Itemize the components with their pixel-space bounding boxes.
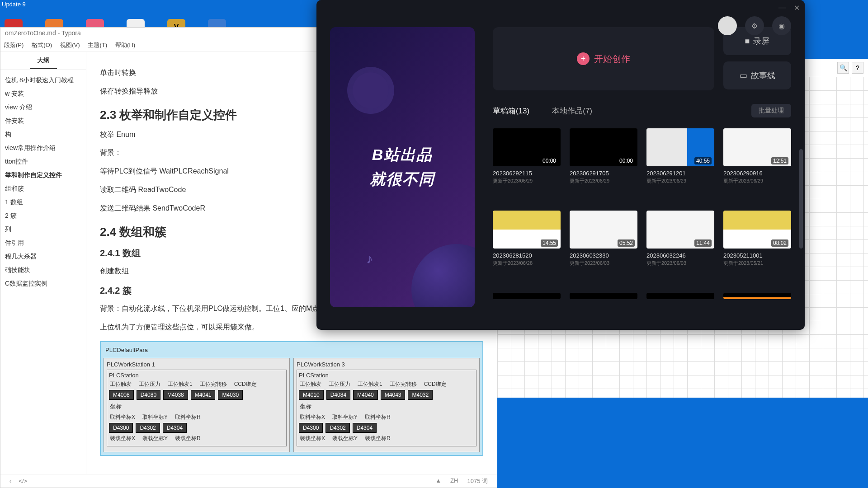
plc-field-label: CCD绑定 (234, 380, 257, 388)
plc-field-label: 工位触发 (110, 380, 132, 388)
project-item[interactable]: 08:02 202305211001 更新于2023/05/21 (723, 211, 791, 284)
project-updated: 更新于2023/06/03 (570, 260, 637, 267)
sidebar-tab-outline[interactable]: 大纲 (30, 53, 57, 69)
outline-item[interactable]: 础技能块 (0, 263, 86, 277)
camera-icon: ■ (745, 37, 750, 46)
outline-item[interactable]: 位机 8小时极速入门教程 (0, 74, 86, 87)
plc-field-label: 工位触发1 (168, 380, 193, 388)
project-title: 202306291705 (570, 170, 637, 177)
outline-item[interactable]: view常用操作介绍 (0, 141, 86, 155)
plc-field-value: M4010 (299, 390, 324, 400)
project-thumbnail: 00:00 (493, 128, 561, 166)
promo-banner[interactable]: B站出品 就很不同 ♪ (330, 27, 475, 307)
plc-field-value: D4302 (326, 423, 349, 433)
plc-field-value: M4041 (191, 390, 216, 400)
plc-field-label: 装载坐标R (365, 435, 391, 442)
plc-field-value: M4040 (353, 390, 378, 400)
outline-sidebar: 大纲 位机 8小时极速入门教程w 安装view 介绍件安装构view常用操作介绍… (0, 52, 86, 476)
project-item[interactable] (723, 293, 791, 316)
plc-station-label: PLCStation (109, 372, 284, 379)
plc-ws-label: PLCWorkStation 1 (107, 361, 287, 368)
menu-format[interactable]: 格式(O) (32, 41, 52, 51)
menu-theme[interactable]: 主题(T) (88, 41, 107, 51)
plc-field-label: 工位压力 (329, 380, 350, 388)
project-item[interactable]: 12:51 202306290916 更新于2023/06/29 (723, 128, 791, 202)
duration-badge: 14:55 (541, 239, 558, 247)
plc-ws-label: PLCWorkStation 3 (297, 361, 476, 368)
project-item[interactable] (570, 293, 637, 316)
project-updated: 更新于2023/06/29 (723, 178, 791, 184)
storyline-button[interactable]: ▭ 故事线 (723, 61, 791, 89)
outline-item[interactable]: 构 (0, 128, 86, 141)
help-icon[interactable]: ? (852, 62, 863, 74)
outline-item[interactable]: 程几大杀器 (0, 250, 86, 263)
outline-item[interactable]: 举和制作自定义控件 (0, 169, 86, 182)
background-toolbar: 🔍 ? (833, 59, 868, 77)
avatar[interactable] (718, 16, 737, 35)
project-item[interactable]: 14:55 202306281520 更新于2023/06/28 (493, 211, 561, 284)
outline-item[interactable]: 列 (0, 223, 86, 236)
minimize-icon[interactable]: — (778, 4, 785, 10)
project-updated: 更新于2023/06/03 (646, 260, 714, 267)
project-updated: 更新于2023/05/21 (723, 260, 791, 267)
project-item[interactable]: 05:52 202306032330 更新于2023/06/03 (570, 211, 637, 284)
search-icon[interactable]: 🔍 (837, 62, 849, 74)
outline-item[interactable]: tton控件 (0, 155, 86, 169)
create-button[interactable]: + 开始创作 (493, 27, 714, 90)
outline-item[interactable]: 2 簇 (0, 209, 86, 223)
camera-icon[interactable]: ◉ (772, 16, 791, 35)
tab-drafts[interactable]: 草稿箱(13) (493, 106, 529, 116)
word-count[interactable]: 1075 词 (467, 477, 488, 485)
outline-item[interactable]: w 安装 (0, 87, 86, 101)
outline-item[interactable]: C数据监控实例 (0, 277, 86, 291)
project-thumbnail (493, 293, 561, 299)
plc-workstation-3: PLCWorkStation 3 PLCStation 工位触发工位压力工位触发… (293, 358, 480, 452)
close-icon[interactable]: ✕ (794, 4, 800, 10)
plc-field-label: 工位触发1 (358, 380, 382, 388)
plc-title: PLCDefaultPara (104, 345, 480, 355)
plc-field-label: 工位压力 (139, 380, 160, 388)
plc-field-value: M4030 (218, 390, 243, 400)
project-item[interactable] (493, 293, 561, 316)
plc-field-label: 取料坐标Y (332, 413, 358, 421)
project-updated: 更新于2023/06/29 (646, 178, 714, 184)
project-item[interactable]: 00:00 202306292115 更新于2023/06/29 (493, 128, 561, 202)
outline-item[interactable]: 件引用 (0, 236, 86, 250)
desktop-icon-label: Update 9 (0, 0, 28, 9)
project-item[interactable] (646, 293, 714, 316)
plc-field-value: D4084 (326, 390, 350, 400)
menu-help[interactable]: 帮助(H) (115, 41, 135, 51)
gear-icon[interactable]: ⚙ (745, 16, 764, 35)
project-item[interactable]: 11:44 202306032246 更新于2023/06/03 (646, 211, 714, 284)
project-thumbnail: 14:55 (493, 211, 561, 249)
duration-badge: 00:00 (541, 157, 558, 164)
duration-badge: 00:00 (618, 157, 635, 164)
status-bar: ‹ </> ▲ ZH 1075 词 (0, 474, 497, 488)
menu-view[interactable]: 视图(V) (60, 41, 80, 51)
warning-icon[interactable]: ▲ (435, 477, 441, 485)
storyline-icon: ▭ (740, 70, 747, 80)
duration-badge: 12:51 (771, 157, 788, 164)
menu-paragraph[interactable]: 段落(P) (4, 41, 24, 51)
outline-item[interactable]: 1 数组 (0, 196, 86, 209)
duration-badge: 05:52 (618, 239, 635, 247)
project-title: 202306290916 (723, 170, 791, 177)
outline-item[interactable]: 件安装 (0, 114, 86, 128)
back-icon[interactable]: ‹ (9, 478, 11, 484)
outline-item[interactable]: 组和簇 (0, 182, 86, 196)
code-icon[interactable]: </> (19, 478, 27, 484)
batch-button[interactable]: 批量处理 (751, 104, 791, 117)
project-item[interactable]: 00:00 202306291705 更新于2023/06/29 (570, 128, 637, 202)
lang-indicator[interactable]: ZH (450, 477, 458, 485)
planet-icon (353, 72, 389, 108)
tab-local[interactable]: 本地作品(7) (552, 106, 592, 116)
scrollbar[interactable] (799, 149, 803, 249)
plc-field-label: 工位完转移 (390, 380, 417, 388)
outline-item[interactable]: view 介绍 (0, 101, 86, 114)
plc-field-label: 装载坐标R (175, 435, 201, 442)
project-title: 202306281520 (493, 252, 561, 259)
plc-field-label: 装载坐标X (110, 435, 135, 442)
plc-field-label: 工位完转移 (200, 380, 227, 388)
project-item[interactable]: 40:55 202306291201 更新于2023/06/29 (646, 128, 714, 202)
plc-field-value: D4300 (299, 423, 323, 433)
